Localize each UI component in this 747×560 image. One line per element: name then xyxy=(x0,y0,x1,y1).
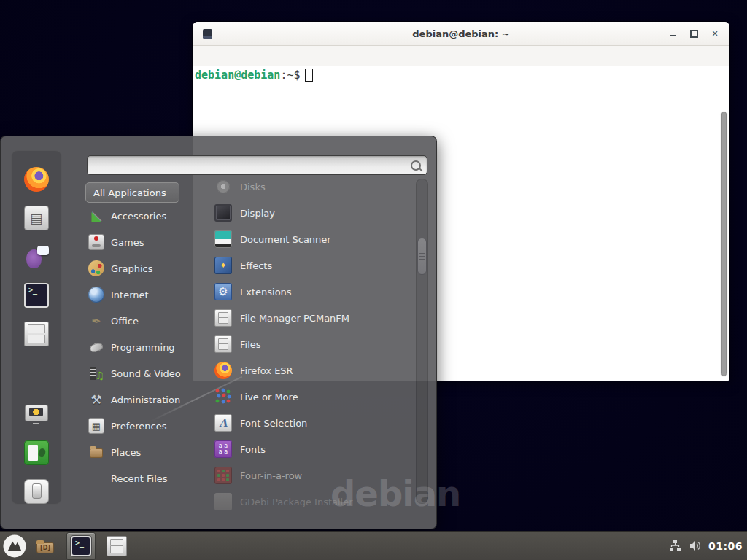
firefox-icon xyxy=(214,362,232,379)
preferences-icon xyxy=(88,418,104,434)
category-graphics[interactable]: Graphics xyxy=(85,255,196,281)
tb-cabinet-icon xyxy=(107,536,127,556)
taskbar-item-desktop-folder[interactable] xyxy=(31,533,59,559)
favorite-shutdown[interactable] xyxy=(23,478,50,504)
app-fonts[interactable]: Fonts xyxy=(207,436,416,462)
app-label: Disks xyxy=(240,182,266,192)
favorite-pidgin[interactable] xyxy=(23,244,50,270)
terminal-titlebar[interactable]: debian@debian: ~ xyxy=(193,22,729,46)
favorites-column xyxy=(11,150,62,505)
category-label: Recent Files xyxy=(111,473,168,484)
gdebi-icon xyxy=(214,493,232,510)
graphics-icon xyxy=(88,260,104,276)
category-programming[interactable]: Programming xyxy=(85,334,196,360)
app-files[interactable]: Files xyxy=(207,331,416,357)
category-internet[interactable]: Internet xyxy=(85,281,196,308)
firefox-icon xyxy=(24,167,49,192)
app-effects[interactable]: Effects xyxy=(207,252,416,279)
office-icon xyxy=(88,313,104,329)
search-input[interactable] xyxy=(93,160,411,171)
app-label: Five or More xyxy=(240,392,298,402)
terminal-scrollbar-thumb[interactable] xyxy=(721,112,727,376)
category-list: Accessories Games Graphics Internet Offi… xyxy=(85,203,196,491)
menubar-item-file[interactable] xyxy=(200,53,213,59)
app-label: File Manager PCManFM xyxy=(240,313,349,324)
app-file-manager-pcmanfm[interactable]: File Manager PCManFM xyxy=(207,305,416,331)
app-five-or-more[interactable]: Five or More xyxy=(207,384,416,410)
all-applications-label: All Applications xyxy=(93,187,166,198)
favorite-settings[interactable] xyxy=(23,206,50,231)
app-firefox-esr[interactable]: Firefox ESR xyxy=(207,357,416,384)
app-label: Four-in-a-row xyxy=(240,470,302,481)
app-label: Extensions xyxy=(240,287,292,298)
favorite-terminal[interactable] xyxy=(23,283,50,308)
category-administration[interactable]: Administration xyxy=(85,386,196,413)
tb-terminal-icon xyxy=(71,536,91,556)
menubar-item-edit[interactable] xyxy=(213,53,226,59)
accessories-icon xyxy=(88,208,104,224)
document-scanner-icon xyxy=(214,230,232,248)
app-document-scanner[interactable]: Document Scanner xyxy=(207,226,416,252)
category-label: Games xyxy=(111,237,144,248)
category-recent-files[interactable]: Recent Files xyxy=(85,465,196,491)
category-places[interactable]: Places xyxy=(85,439,196,465)
maximize-icon[interactable] xyxy=(689,29,698,38)
programming-icon xyxy=(88,339,104,355)
app-four-in-a-row[interactable]: Four-in-a-row xyxy=(207,462,416,489)
terminal-cursor xyxy=(305,69,313,82)
all-applications-button[interactable]: All Applications xyxy=(85,182,179,203)
pidgin-icon xyxy=(24,244,49,269)
clock[interactable]: 01:06 xyxy=(708,540,743,552)
favorite-lock-screen[interactable] xyxy=(23,401,50,427)
app-disks[interactable]: Disks xyxy=(207,174,416,200)
category-preferences[interactable]: Preferences xyxy=(85,413,196,439)
app-font-selection[interactable]: Font Selection xyxy=(207,410,416,436)
terminal-scrollbar[interactable] xyxy=(720,111,728,377)
terminal-prompt: debian@debian:~$ xyxy=(195,69,313,82)
menubar-item-help[interactable] xyxy=(266,53,279,59)
places-icon xyxy=(88,444,104,460)
disks-icon xyxy=(214,178,232,195)
minimize-icon[interactable] xyxy=(668,29,677,38)
favorite-firefox[interactable] xyxy=(23,167,50,192)
taskbar-item-files[interactable] xyxy=(103,533,131,559)
app-gdebi-package-installer[interactable]: GDebi Package Installer xyxy=(207,489,416,515)
taskbar: 01:06 xyxy=(0,531,747,560)
app-label: Fonts xyxy=(240,444,266,455)
app-list-scrollbar[interactable] xyxy=(416,179,428,504)
app-label: Display xyxy=(240,208,275,219)
app-label: Effects xyxy=(240,260,272,271)
app-display[interactable]: Display xyxy=(207,200,416,226)
favorite-logout[interactable] xyxy=(23,440,50,465)
app-label: Files xyxy=(240,339,261,350)
app-list-scrollbar-thumb[interactable] xyxy=(417,238,427,275)
search-box[interactable] xyxy=(87,155,427,175)
category-sound-video[interactable]: Sound & Video xyxy=(85,360,196,386)
menu-button[interactable] xyxy=(2,534,27,559)
logout-icon xyxy=(24,440,49,465)
category-label: Graphics xyxy=(111,263,152,274)
five-or-more-icon xyxy=(214,388,232,405)
category-accessories[interactable]: Accessories xyxy=(85,203,196,229)
network-icon[interactable] xyxy=(669,540,681,552)
category-label: Programming xyxy=(111,342,175,353)
internet-icon xyxy=(88,287,104,303)
taskbar-item-terminal[interactable] xyxy=(66,532,96,560)
category-label: Office xyxy=(111,316,139,327)
cabinet-icon xyxy=(24,322,49,346)
menu-logo-icon xyxy=(2,534,27,559)
settings-icon xyxy=(24,206,49,230)
menubar-item-search[interactable] xyxy=(239,53,252,59)
favorite-file-manager[interactable] xyxy=(23,322,50,347)
prompt-user-host: debian@debian xyxy=(195,69,280,82)
four-in-a-row-icon xyxy=(214,467,232,484)
menubar-item-view[interactable] xyxy=(226,53,239,59)
close-icon[interactable] xyxy=(711,29,719,38)
category-office[interactable]: Office xyxy=(85,308,196,334)
volume-icon[interactable] xyxy=(689,540,701,552)
category-label: Accessories xyxy=(111,211,166,222)
extensions-icon xyxy=(214,283,232,300)
menubar-item-terminal[interactable] xyxy=(252,53,266,59)
app-extensions[interactable]: Extensions xyxy=(207,279,416,305)
category-games[interactable]: Games xyxy=(85,229,196,255)
